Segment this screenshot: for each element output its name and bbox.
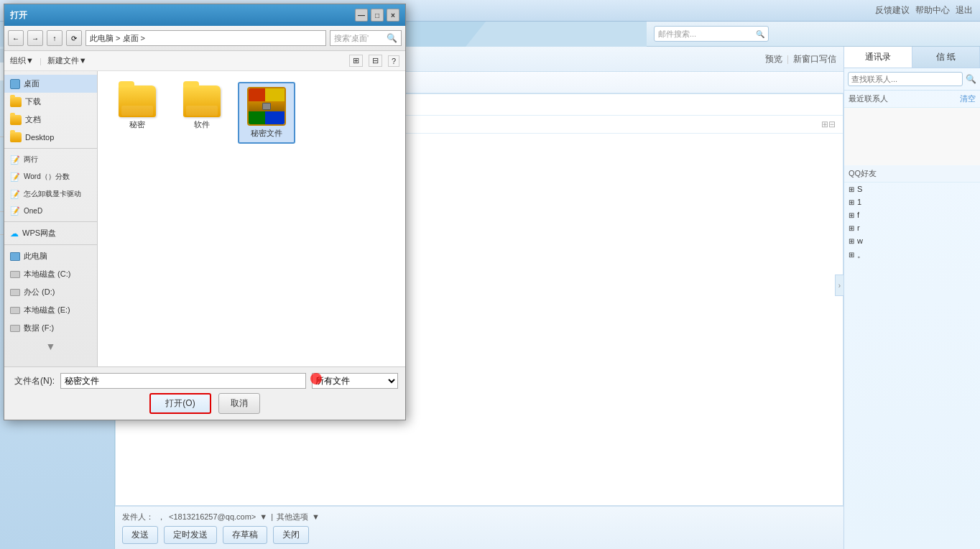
tab-addressbook[interactable]: 通讯录 — [844, 47, 912, 68]
file-item-winrar[interactable]: 秘密文件 — [238, 82, 295, 144]
quick-access-oned[interactable]: 📝 OneD — [4, 203, 97, 219]
help-link[interactable]: 帮助中心 — [915, 4, 950, 17]
close-dialog-button[interactable]: × — [387, 9, 399, 22]
new-window-label[interactable]: 新窗口写信 — [793, 53, 836, 65]
expand-1: ⊞ — [849, 198, 854, 206]
documents-label2: 文档 — [25, 114, 41, 125]
quick-access-documents[interactable]: 文档 — [4, 111, 97, 129]
drive-e-label2: 本地磁盘 (E:) — [24, 305, 70, 315]
quick-access-desktop2[interactable]: Desktop — [4, 129, 97, 146]
recent-label: 最近联系人 — [849, 93, 888, 104]
view2-btn[interactable]: ⊟ — [369, 55, 382, 67]
open-button[interactable]: 打开(O) — [149, 393, 211, 414]
quick-access-wps[interactable]: ☁ WPS网盘 — [4, 224, 97, 242]
qq-friend-w[interactable]: ⊞ w — [844, 234, 980, 247]
view-btn[interactable]: ⊞ — [349, 55, 363, 67]
dialog-path-breadcrumb[interactable]: 此电脑 > 桌面 > — [85, 30, 326, 46]
recent-contacts-area — [844, 108, 980, 165]
search-contacts-icon: 🔍 — [966, 74, 976, 84]
other-options[interactable]: 其他选项 — [277, 512, 308, 522]
search-placeholder-text: 搜索'桌面' — [334, 33, 369, 44]
dialog-file-area: 秘密 软件 秘 — [98, 71, 405, 366]
filename-label: 文件名(N): — [11, 375, 55, 387]
qq-friend-s[interactable]: ⊞ S — [844, 183, 980, 195]
file-item-secret[interactable]: 秘密 — [108, 82, 166, 144]
up-button[interactable]: ↑ — [47, 30, 63, 46]
contacts-panel: 通讯录 信 纸 🔍 最近联系人 清空 QQ好友 ⊞ S ⊞ 1 ⊞ f ⊞ r … — [843, 47, 980, 549]
close-button[interactable]: 关闭 — [273, 526, 309, 544]
oned-label2: OneD — [24, 207, 42, 215]
expand-r: ⊞ — [849, 224, 854, 232]
drive-d-icon — [10, 289, 20, 296]
maximize-button[interactable]: □ — [371, 9, 384, 22]
folder-desktop-icon — [10, 132, 22, 142]
cancel-button[interactable]: 取消 — [218, 393, 260, 414]
quick-access-thispc[interactable]: 此电脑 — [4, 247, 97, 265]
sender-arrow[interactable]: ▼ — [259, 512, 267, 521]
grid-icon: ⊞⊟ — [821, 119, 836, 129]
qq-friend-dot[interactable]: ⊞ 。 — [844, 247, 980, 262]
help-btn[interactable]: ? — [388, 55, 399, 67]
expand-f: ⊞ — [849, 211, 854, 219]
sender-email: <1813216257@qq.com> — [169, 512, 256, 521]
other-arrow[interactable]: ▼ — [312, 512, 320, 521]
contacts-search: 🔍 — [844, 68, 980, 91]
back-button[interactable]: ← — [8, 30, 24, 46]
quick-access-drive-e[interactable]: 本地磁盘 (E:) — [4, 301, 97, 319]
desktop2-label2: Desktop — [25, 133, 54, 142]
titlebar-controls: — □ × — [355, 9, 399, 22]
dialog-titlebar: 打开 — □ × — [4, 4, 405, 26]
folder-software-icon — [183, 86, 221, 117]
driver-icon: 📝 — [10, 190, 20, 199]
clear-button[interactable]: 清空 — [960, 93, 976, 104]
toolbar2-sep1: | — [40, 57, 42, 65]
quick-access-downloads[interactable]: 下载 — [4, 93, 97, 111]
draft-button[interactable]: 存草稿 — [223, 526, 267, 544]
qq-friend-f[interactable]: ⊞ f — [844, 208, 980, 221]
organize-button[interactable]: 组织▼ — [10, 55, 34, 66]
preview-label[interactable]: 预览 — [765, 53, 782, 65]
friend-w-label: w — [857, 236, 863, 245]
filename-input[interactable] — [60, 373, 306, 389]
sender-label: 发件人： — [122, 512, 154, 522]
qq-friend-1[interactable]: ⊞ 1 — [844, 195, 980, 208]
tworows-label2: 两行 — [24, 154, 38, 165]
forward-button[interactable]: → — [27, 30, 43, 46]
quick-access-driver[interactable]: 📝 怎么卸载显卡驱动 — [4, 185, 97, 203]
tab-stationery[interactable]: 信 纸 — [912, 47, 981, 68]
filename-row: 文件名(N): 所有文件 — [11, 373, 398, 389]
file-item-software[interactable]: 软件 — [173, 82, 231, 144]
wps-label2: WPS网盘 — [22, 228, 56, 239]
drive-f-icon — [10, 325, 20, 332]
minimize-button[interactable]: — — [355, 9, 368, 22]
file-winrar-label: 秘密文件 — [251, 128, 282, 139]
folder-docs-icon — [10, 115, 22, 125]
quick-access-drive-f[interactable]: 数据 (F:) — [4, 319, 97, 337]
quick-access-word[interactable]: 📝 Word（）分数 — [4, 168, 97, 185]
filetype-select[interactable]: 所有文件 — [312, 373, 398, 389]
downloads-label2: 下载 — [25, 96, 41, 107]
contacts-search-input[interactable] — [848, 72, 963, 86]
scroll-indicator: ▼ — [4, 337, 97, 356]
timed-send-button[interactable]: 定时发送 — [164, 526, 217, 544]
email-search-input[interactable]: 邮件搜索... 🔍 — [654, 26, 769, 42]
drive-d-label2: 办公 (D:) — [24, 287, 55, 297]
quick-access-desktop[interactable]: 桌面 — [4, 75, 97, 93]
panel-divider3 — [4, 244, 97, 245]
panel-divider1 — [4, 148, 97, 149]
dialog-search-box[interactable]: 搜索'桌面' 🔍 — [330, 30, 402, 46]
logout-link[interactable]: 退出 — [956, 4, 973, 17]
quick-access-tworows[interactable]: 📝 两行 — [4, 151, 97, 168]
expand-contacts-btn[interactable]: › — [835, 274, 843, 296]
quick-access-drive-d[interactable]: 办公 (D:) — [4, 283, 97, 301]
qq-friend-r[interactable]: ⊞ r — [844, 221, 980, 234]
search-icon: 🔍 — [756, 30, 764, 38]
new-folder-button[interactable]: 新建文件▼ — [47, 55, 87, 66]
scroll-icon: ▼ — [46, 341, 56, 352]
send-button[interactable]: 发送 — [122, 526, 158, 544]
friend-f-label: f — [857, 211, 859, 219]
topbar-links: 反馈建议 帮助中心 退出 — [875, 4, 973, 17]
quick-access-drive-c[interactable]: 本地磁盘 (C:) — [4, 265, 97, 283]
recent-button[interactable]: ⟳ — [66, 30, 82, 46]
feedback-link[interactable]: 反馈建议 — [875, 4, 910, 17]
